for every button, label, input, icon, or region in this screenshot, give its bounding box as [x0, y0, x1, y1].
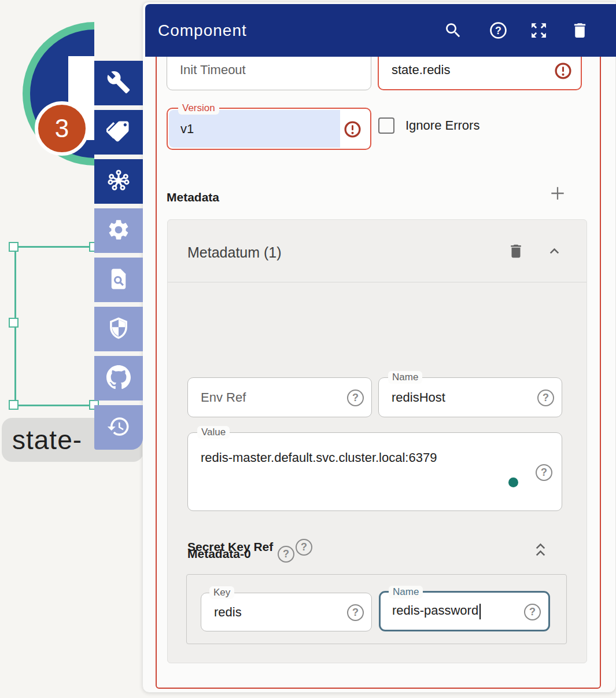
metadata-value-field[interactable]: Value redis-master.default.svc.cluster.l… [187, 432, 562, 511]
toolbar-inspect-button[interactable] [94, 258, 143, 302]
help-icon: ? [489, 21, 508, 42]
secret-name-value: redis-password [392, 603, 481, 619]
help-icon[interactable] [278, 546, 294, 563]
toolbar-security-button[interactable] [94, 307, 143, 351]
env-ref-field[interactable]: Env Ref [187, 377, 372, 417]
wrench-icon [106, 70, 131, 97]
version-label: Version [178, 102, 219, 115]
cluster-icon [106, 168, 131, 195]
fullscreen-button[interactable] [525, 18, 552, 45]
toolbar-build-button[interactable] [94, 61, 143, 105]
help-icon[interactable] [524, 604, 541, 620]
doc-search-icon [106, 267, 131, 293]
collapse-secret-button[interactable] [528, 535, 553, 560]
github-icon [106, 365, 131, 392]
secret-key-ref-heading: Secret Key Ref [187, 540, 273, 554]
panel-title: Component [158, 21, 247, 40]
error-icon [343, 120, 362, 139]
panel-header: Component ? [145, 4, 616, 57]
toolbar-history-button[interactable] [94, 405, 143, 450]
init-timeout-placeholder: Init Timeout [180, 63, 246, 78]
metadata-name-field[interactable]: Name redisHost [378, 377, 562, 417]
ignore-errors-checkbox[interactable] [378, 117, 394, 134]
name-label: Name [388, 371, 422, 384]
ignore-errors-label: Ignore Errors [405, 117, 479, 134]
toolbar-github-button[interactable] [94, 356, 143, 401]
component-properties-panel: Component ? Init Timeout state.redis Ver… [142, 2, 616, 693]
metadatum-title: Metadatum (1) [187, 244, 282, 261]
tags-icon [106, 119, 131, 146]
toolbar-tags-button[interactable] [94, 110, 143, 155]
toolbar-cluster-button[interactable] [94, 159, 143, 204]
node-name-text: state- [2, 424, 82, 455]
error-icon [554, 61, 573, 80]
secret-name-field[interactable]: Name redis-password [379, 591, 550, 631]
version-value: v1 [180, 122, 194, 137]
selection-edge-top [14, 246, 95, 248]
collapse-metadatum-button[interactable] [541, 240, 567, 265]
delete-component-button[interactable] [566, 18, 593, 45]
autofill-highlight [169, 110, 340, 148]
key-label: Key [209, 586, 234, 599]
name-label: Name [389, 586, 423, 598]
version-field[interactable]: Version v1 [167, 108, 371, 150]
help-button[interactable]: ? [485, 18, 511, 45]
help-icon[interactable] [537, 390, 554, 406]
component-type-value: state.redis [392, 63, 451, 78]
metadata-name-value: redisHost [392, 390, 445, 405]
search-button[interactable] [440, 18, 466, 45]
secret-key-ref-group: Key redis Name redis-password [186, 574, 567, 644]
metadatum-card: Metadatum (1) Metadata-0 Env Ref Name re… [167, 219, 587, 663]
value-label: Value [197, 426, 230, 439]
metadata-value-text: redis-master.default.svc.cluster.local:6… [201, 450, 437, 465]
component-node[interactable]: 3 [0, 0, 94, 237]
env-ref-placeholder: Env Ref [201, 390, 246, 405]
history-icon [106, 414, 131, 441]
help-icon[interactable] [536, 464, 552, 481]
help-icon[interactable] [296, 539, 312, 556]
trash-icon [570, 21, 589, 42]
error-count-badge: 3 [35, 101, 89, 156]
divider [168, 282, 587, 282]
resize-handle-mid-left[interactable] [9, 318, 19, 328]
resize-handle-top-left[interactable] [9, 242, 19, 252]
resize-dot[interactable] [508, 477, 518, 487]
chevron-up-icon [547, 244, 562, 262]
help-icon[interactable] [347, 604, 364, 621]
gear-icon [106, 218, 131, 244]
shield-icon [106, 316, 131, 343]
metadata-heading: Metadata [167, 190, 219, 204]
fullscreen-icon [529, 21, 548, 42]
resize-handle-bottom-left[interactable] [9, 400, 19, 410]
chevron-up-icon [533, 539, 548, 557]
secret-key-value: redis [214, 605, 242, 620]
toolbar-settings-button[interactable] [94, 208, 143, 253]
text-cursor [479, 604, 481, 619]
svg-text:?: ? [495, 24, 501, 36]
error-count: 3 [55, 114, 69, 143]
help-icon[interactable] [347, 390, 364, 406]
selection-edge-bottom [14, 405, 95, 406]
secret-key-field[interactable]: Key redis [201, 593, 372, 631]
search-icon [444, 21, 463, 42]
trash-icon [507, 243, 525, 262]
delete-metadatum-button[interactable] [503, 240, 529, 265]
